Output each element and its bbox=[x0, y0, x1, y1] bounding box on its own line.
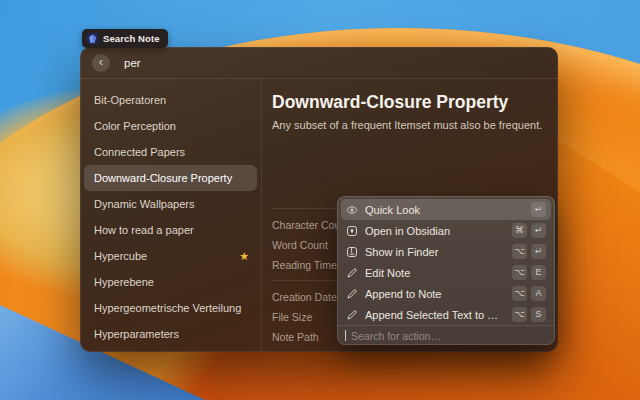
list-item-label: Connected Papers bbox=[94, 146, 185, 158]
obsidian-icon bbox=[346, 225, 358, 237]
menu-item-append-to-note[interactable]: Append to Note ⌥ A bbox=[341, 283, 551, 304]
text-caret bbox=[345, 330, 346, 341]
list-item[interactable]: Hyperebene bbox=[84, 269, 257, 295]
list-item-label: Hyperebene bbox=[94, 276, 154, 288]
shortcut-keys: ⌥ S bbox=[512, 307, 546, 322]
desktop: Search Note ‹ Bit-Operatoren Color Perce… bbox=[0, 0, 640, 400]
list-item[interactable]: How to read a paper bbox=[84, 217, 257, 243]
list-item[interactable]: Hypergeometrische Verteilung bbox=[84, 295, 257, 321]
list-item[interactable]: Hyperparameters bbox=[84, 321, 257, 347]
chevron-left-icon: ‹ bbox=[99, 55, 103, 68]
shortcut-keys: ⌘ ↵ bbox=[512, 223, 546, 238]
menu-item-label: Append Selected Text to Note bbox=[365, 309, 505, 321]
return-key: ↵ bbox=[531, 202, 546, 217]
return-key: ↵ bbox=[531, 223, 546, 238]
option-key: ⌥ bbox=[512, 244, 527, 259]
command-key: ⌘ bbox=[512, 223, 527, 238]
letter-key: A bbox=[531, 286, 546, 301]
list-item[interactable]: Hypercube ★ bbox=[84, 243, 257, 269]
action-panel: Quick Look ↵ Open in Obsidian ⌘ ↵ bbox=[337, 196, 555, 345]
menu-item-edit-note[interactable]: Edit Note ⌥ E bbox=[341, 262, 551, 283]
menu-item-open-in-obsidian[interactable]: Open in Obsidian ⌘ ↵ bbox=[341, 220, 551, 241]
list-item-label: Bit-Operatoren bbox=[94, 94, 166, 106]
menu-item-label: Show in Finder bbox=[365, 246, 505, 258]
note-title: Downward-Closure Property bbox=[272, 92, 548, 113]
option-key: ⌥ bbox=[512, 307, 527, 322]
pencil-icon bbox=[346, 267, 358, 279]
menu-item-label: Quick Look bbox=[365, 204, 524, 216]
command-tooltip: Search Note bbox=[82, 29, 168, 48]
list-item-label: Downward-Closure Property bbox=[94, 172, 232, 184]
return-key: ↵ bbox=[531, 244, 546, 259]
menu-item-label: Edit Note bbox=[365, 267, 505, 279]
window-header: ‹ bbox=[80, 47, 558, 79]
letter-key: E bbox=[531, 265, 546, 280]
obsidian-app-icon bbox=[87, 33, 98, 44]
list-item-selected[interactable]: Downward-Closure Property bbox=[84, 165, 257, 191]
note-summary: Any subset of a frequent Itemset must al… bbox=[272, 118, 548, 132]
pencil-icon bbox=[346, 309, 358, 321]
letter-key: S bbox=[531, 307, 546, 322]
star-icon: ★ bbox=[239, 251, 249, 262]
back-button[interactable]: ‹ bbox=[92, 54, 110, 72]
menu-item-show-in-finder[interactable]: Show in Finder ⌥ ↵ bbox=[341, 241, 551, 262]
note-list: Bit-Operatoren Color Perception Connecte… bbox=[80, 79, 262, 352]
menu-item-append-selected-text[interactable]: Append Selected Text to Note ⌥ S bbox=[341, 304, 551, 325]
list-item[interactable]: Dynamic Wallpapers bbox=[84, 191, 257, 217]
option-key: ⌥ bbox=[512, 286, 527, 301]
menu-item-quick-look[interactable]: Quick Look ↵ bbox=[341, 199, 551, 220]
list-item-label: How to read a paper bbox=[94, 224, 194, 236]
shortcut-keys: ⌥ E bbox=[512, 265, 546, 280]
list-item-label: Dynamic Wallpapers bbox=[94, 198, 194, 210]
list-item-label: Hypergeometrische Verteilung bbox=[94, 302, 241, 314]
shortcut-keys: ↵ bbox=[531, 202, 546, 217]
list-item-label: Hyperparameters bbox=[94, 328, 179, 340]
option-key: ⌥ bbox=[512, 265, 527, 280]
menu-item-label: Append to Note bbox=[365, 288, 505, 300]
list-item[interactable]: Connected Papers bbox=[84, 139, 257, 165]
command-tooltip-label: Search Note bbox=[103, 33, 160, 44]
shortcut-keys: ⌥ A bbox=[512, 286, 546, 301]
list-item[interactable]: Bit-Operatoren bbox=[84, 87, 257, 113]
finder-icon bbox=[346, 246, 358, 258]
shortcut-keys: ⌥ ↵ bbox=[512, 244, 546, 259]
list-item-label: Hypercube bbox=[94, 250, 147, 262]
menu-item-label: Open in Obsidian bbox=[365, 225, 505, 237]
list-item-label: Color Perception bbox=[94, 120, 176, 132]
list-item[interactable]: Color Perception bbox=[84, 113, 257, 139]
eye-icon bbox=[346, 204, 358, 216]
action-search-input[interactable] bbox=[349, 329, 547, 343]
search-input[interactable] bbox=[122, 56, 346, 70]
action-search[interactable] bbox=[337, 325, 555, 345]
pencil-icon bbox=[346, 288, 358, 300]
